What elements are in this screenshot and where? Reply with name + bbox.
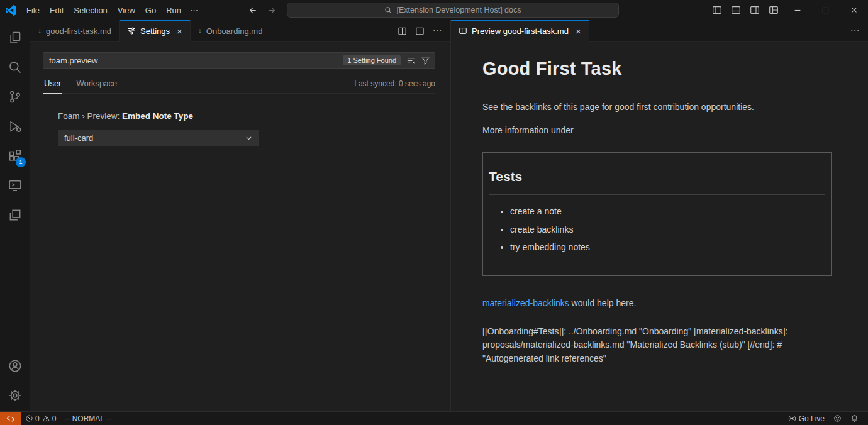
- list-item: try embedding notes: [510, 241, 825, 255]
- split-editor-icon[interactable]: [395, 24, 409, 38]
- toggle-sidebar-icon[interactable]: [708, 0, 726, 20]
- maximize-button[interactable]: [811, 0, 840, 20]
- menu-edit[interactable]: Edit: [45, 3, 69, 18]
- editor-group-left: ↓ good-first-task.md Settings × ↓ Onboar…: [30, 20, 450, 411]
- tab-onboarding[interactable]: ↓ Onboarding.md: [191, 20, 271, 41]
- tab-settings[interactable]: Settings ×: [120, 20, 191, 41]
- broadcast-icon: [788, 414, 796, 422]
- menu-file[interactable]: File: [21, 3, 45, 18]
- settings-gear-icon[interactable]: [0, 380, 30, 410]
- list-item: create a note: [510, 205, 825, 219]
- problems-status[interactable]: 0 0: [21, 412, 60, 425]
- tab-label: Settings: [140, 26, 170, 36]
- tab-good-first-task[interactable]: ↓ good-first-task.md: [30, 20, 120, 41]
- settings-sliders-icon: [127, 26, 136, 35]
- windows-view-icon[interactable]: [0, 200, 30, 229]
- results-count-badge: 1 Setting Found: [343, 55, 401, 65]
- close-window-button[interactable]: [840, 0, 868, 20]
- embed-note-type-select[interactable]: full-card: [58, 130, 259, 146]
- settings-search-value: foam.preview: [49, 56, 343, 65]
- vscode-logo-icon: [0, 5, 21, 16]
- workbench: 1 ↓ good-first-task.md: [0, 20, 868, 411]
- minimize-button[interactable]: [783, 0, 811, 20]
- title-bar-actions: [708, 0, 868, 20]
- tab-preview[interactable]: Preview good-first-task.md ×: [451, 20, 589, 41]
- setting-embed-note-type: Foam › Preview: Embed Note Type full-car…: [58, 111, 435, 146]
- history-navigation: [248, 0, 277, 20]
- menu-more-icon[interactable]: ⋯: [186, 3, 202, 18]
- toggle-secondary-sidebar-icon[interactable]: [745, 0, 764, 20]
- clear-filters-icon[interactable]: [406, 56, 416, 65]
- status-bar-right: Go Live: [784, 412, 868, 425]
- close-tab-icon[interactable]: ×: [177, 26, 182, 36]
- errors-group: 0: [25, 414, 40, 423]
- link-references-text: [[Onboarding#Tests]]: ../Onboarding.md "…: [482, 325, 832, 366]
- setting-name: Embed Note Type: [122, 111, 193, 121]
- nav-forward-icon[interactable]: [267, 6, 277, 15]
- account-icon[interactable]: [0, 351, 30, 380]
- link-suffix: would help here.: [569, 298, 637, 308]
- remote-indicator[interactable]: [0, 412, 21, 425]
- run-debug-icon[interactable]: [0, 111, 30, 141]
- activity-bar: 1: [0, 20, 30, 411]
- toggle-panel-icon[interactable]: [726, 0, 745, 20]
- editor-layout-icon[interactable]: [413, 24, 426, 38]
- menu-selection[interactable]: Selection: [69, 3, 112, 18]
- markdown-file-icon: ↓: [198, 27, 202, 35]
- menu-run[interactable]: Run: [161, 3, 186, 18]
- vim-mode-indicator[interactable]: -- NORMAL --: [60, 412, 116, 425]
- tab-label: Onboarding.md: [206, 26, 263, 36]
- menu-bar: File Edit Selection View Go Run ⋯: [21, 3, 202, 18]
- backlink-paragraph: materialized-backlinks would help here.: [482, 297, 832, 311]
- tab-label: good-first-task.md: [46, 26, 111, 36]
- editor-actions: ⋯: [848, 20, 868, 41]
- settings-search-input[interactable]: foam.preview 1 Setting Found: [43, 52, 435, 69]
- more-actions-icon[interactable]: ⋯: [848, 24, 862, 38]
- warning-icon: [42, 414, 50, 422]
- title-bar: File Edit Selection View Go Run ⋯ [Exten…: [0, 0, 868, 20]
- menu-go[interactable]: Go: [140, 3, 161, 18]
- go-live-label: Go Live: [799, 414, 825, 423]
- list-item: create backlinks: [510, 223, 825, 237]
- settings-editor: foam.preview 1 Setting Found User Worksp…: [30, 42, 450, 411]
- right-tab-bar: Preview good-first-task.md × ⋯: [451, 20, 868, 42]
- tab-label: Preview good-first-task.md: [472, 26, 569, 36]
- command-center-search[interactable]: [Extension Development Host] docs: [287, 3, 619, 18]
- error-icon: [25, 414, 33, 422]
- markdown-file-icon: ↓: [38, 27, 42, 35]
- customize-layout-icon[interactable]: [764, 0, 783, 20]
- scope-tab-workspace[interactable]: Workspace: [75, 74, 118, 93]
- feedback-icon[interactable]: [829, 412, 846, 425]
- last-synced-text: Last synced: 0 secs ago: [354, 79, 435, 88]
- markdown-preview: Good First Task See the backlinks of thi…: [451, 42, 868, 411]
- search-view-icon[interactable]: [0, 52, 30, 82]
- go-live-button[interactable]: Go Live: [784, 412, 829, 425]
- error-count: 0: [35, 414, 40, 423]
- note-card-title: Tests: [489, 167, 825, 195]
- warnings-group: 0: [42, 414, 57, 423]
- filter-funnel-icon[interactable]: [421, 56, 430, 65]
- search-icon: [384, 6, 392, 14]
- search-toolbar: [406, 56, 430, 65]
- more-actions-icon[interactable]: ⋯: [430, 24, 444, 38]
- vscode-window: File Edit Selection View Go Run ⋯ [Exten…: [0, 0, 868, 425]
- status-bar: 0 0 -- NORMAL -- Go Live: [0, 411, 868, 425]
- editor-group-right: Preview good-first-task.md × ⋯ Good Firs…: [450, 20, 868, 411]
- source-control-icon[interactable]: [0, 82, 30, 111]
- embedded-note-card: Tests create a note create backlinks try…: [482, 152, 832, 276]
- left-tab-bar: ↓ good-first-task.md Settings × ↓ Onboar…: [30, 20, 450, 42]
- warning-count: 0: [52, 414, 57, 423]
- menu-view[interactable]: View: [113, 3, 140, 18]
- extensions-icon[interactable]: 1: [0, 141, 30, 170]
- open-preview-icon: [459, 26, 467, 35]
- scope-tab-user[interactable]: User: [43, 74, 62, 93]
- notifications-bell-icon[interactable]: [846, 412, 863, 425]
- remote-explorer-icon[interactable]: [0, 170, 30, 200]
- setting-category: Foam › Preview:: [58, 111, 122, 121]
- extensions-badge: 1: [16, 157, 26, 167]
- preview-intro: See the backlinks of this page for good …: [482, 101, 832, 114]
- explorer-icon[interactable]: [0, 23, 30, 52]
- nav-back-icon[interactable]: [248, 6, 257, 15]
- close-tab-icon[interactable]: ×: [576, 26, 581, 36]
- materialized-backlinks-link[interactable]: materialized-backlinks: [482, 298, 569, 308]
